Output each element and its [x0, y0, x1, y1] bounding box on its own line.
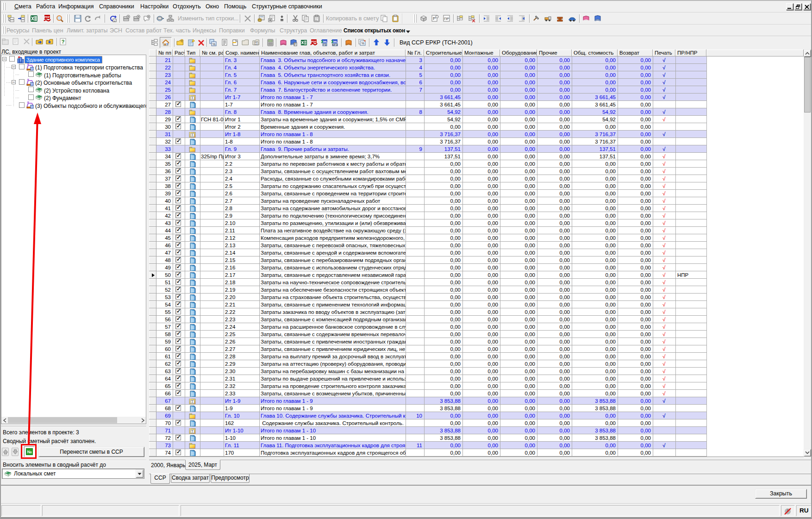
- svg-text:Σ: Σ: [255, 42, 257, 45]
- svg-text:%: %: [212, 43, 215, 46]
- svg-text:МГЭ: МГЭ: [332, 44, 338, 46]
- svg-text:Σ: Σ: [191, 133, 194, 137]
- svg-text:Σ: Σ: [191, 400, 194, 404]
- svg-text:PDF: PDF: [311, 40, 317, 43]
- svg-text:P: P: [433, 16, 436, 21]
- svg-text:PDF: PDF: [44, 16, 50, 19]
- svg-text:?: ?: [62, 39, 65, 44]
- svg-text:x: x: [114, 19, 115, 22]
- svg-text:Σ: Σ: [191, 429, 194, 433]
- svg-text:F: F: [294, 43, 296, 46]
- svg-text:%: %: [361, 42, 364, 45]
- svg-text:Σ: Σ: [191, 96, 194, 100]
- svg-text:ГЭ: ГЭ: [323, 44, 326, 46]
- svg-text:ПР: ПР: [444, 17, 449, 21]
